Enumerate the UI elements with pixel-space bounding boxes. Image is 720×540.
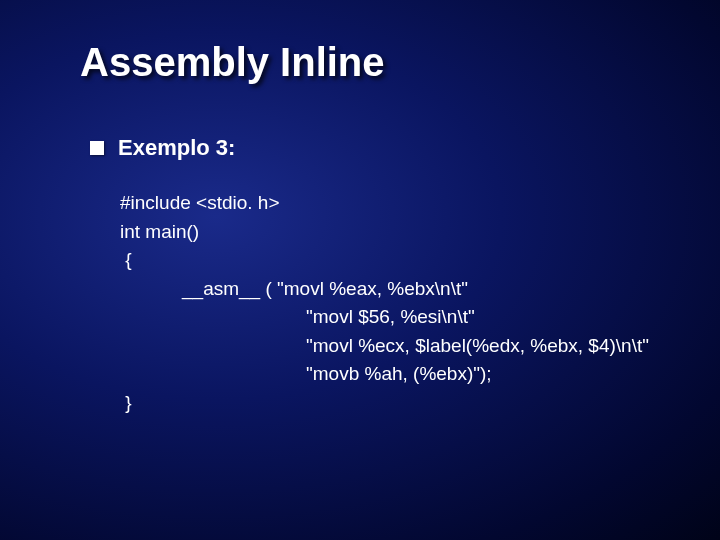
example-heading: Exemplo 3: xyxy=(90,135,660,161)
slide-content: Exemplo 3: #include <stdio. h> int main(… xyxy=(80,135,660,417)
code-line: "movb %ah, (%ebx)"); xyxy=(120,360,660,389)
code-line: int main() xyxy=(120,218,660,247)
code-line: { xyxy=(120,246,660,275)
code-line: #include <stdio. h> xyxy=(120,189,660,218)
bullet-icon xyxy=(90,141,104,155)
code-line: "movl %ecx, $label(%edx, %ebx, $4)\n\t" xyxy=(120,332,660,361)
slide-title: Assembly Inline xyxy=(80,40,660,85)
code-line: } xyxy=(120,389,660,418)
example-label-text: Exemplo 3: xyxy=(118,135,235,161)
code-block: #include <stdio. h> int main() { __asm__… xyxy=(90,189,660,417)
code-line: __asm__ ( "movl %eax, %ebx\n\t" xyxy=(120,275,660,304)
slide: Assembly Inline Exemplo 3: #include <std… xyxy=(0,0,720,457)
code-line: "movl $56, %esi\n\t" xyxy=(120,303,660,332)
